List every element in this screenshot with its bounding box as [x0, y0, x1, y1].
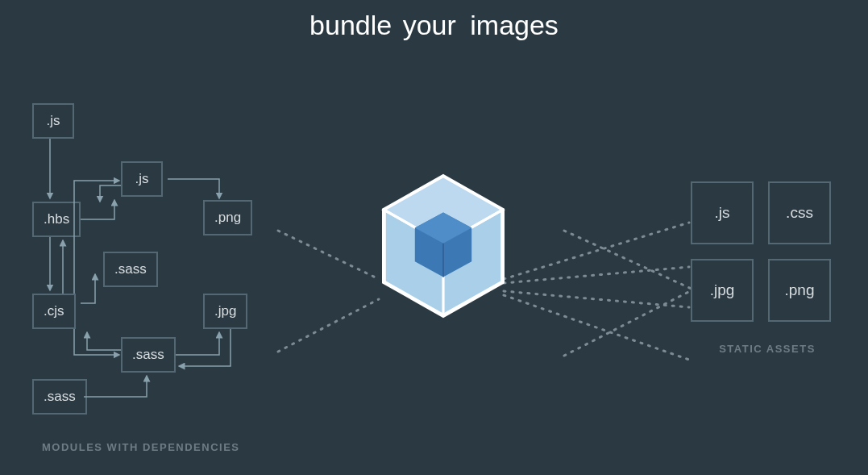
svg-line-10 [564, 231, 693, 290]
module-node-jpg: .jpg [203, 294, 247, 329]
module-node-png: .png [203, 200, 252, 235]
assets-caption: STATIC ASSETS [691, 343, 844, 355]
asset-tile-png: .png [768, 259, 831, 322]
module-node-cjs: .cjs [32, 294, 76, 329]
module-node-sass2: .sass [121, 337, 176, 373]
asset-tile-jpg: .jpg [691, 259, 754, 322]
svg-line-6 [504, 223, 689, 279]
title-word-2: your [403, 10, 456, 40]
module-node-hbs: .hbs [32, 202, 81, 237]
module-node-js1: .js [32, 103, 74, 139]
svg-line-8 [504, 291, 689, 307]
svg-line-5 [278, 299, 379, 352]
title-word-1: bundle [309, 10, 392, 40]
module-node-sass1: .sass [103, 252, 158, 287]
svg-line-4 [278, 231, 379, 279]
module-node-sass3: .sass [32, 379, 87, 415]
modules-panel: .js.js.hbs.png.sass.cjs.jpg.sass.sass [26, 97, 284, 444]
asset-tile-js: .js [691, 181, 754, 244]
svg-line-9 [504, 295, 689, 360]
svg-line-11 [564, 290, 693, 356]
assets-panel: .js.css.jpg.png STATIC ASSETS [691, 181, 844, 355]
module-node-js2: .js [121, 161, 163, 197]
title-word-3: images [470, 10, 559, 40]
page-title: bundle your images [0, 0, 868, 41]
modules-caption: MODULES WITH DEPENDENCIES [42, 441, 240, 453]
webpack-cube-icon [379, 173, 508, 319]
asset-tile-css: .css [768, 181, 831, 244]
